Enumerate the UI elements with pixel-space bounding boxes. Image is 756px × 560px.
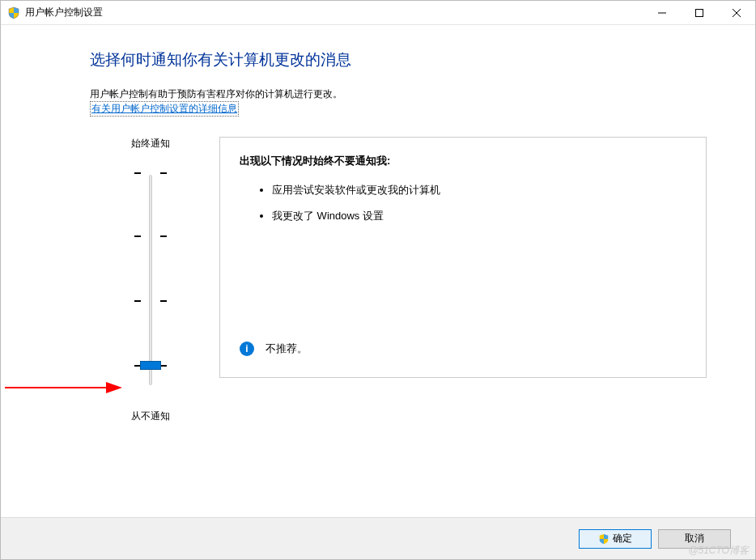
list-item: 我更改了 Windows 设置	[272, 209, 686, 223]
shield-icon	[598, 533, 609, 545]
window: 用户帐户控制设置 选择何时通知你有关计算机更改的消息 用户帐户控制有助于预防有害…	[0, 0, 756, 560]
button-bar: 确定 取消	[1, 517, 755, 559]
content-area: 选择何时通知你有关计算机更改的消息 用户帐户控制有助于预防有害程序对你的计算机进…	[1, 25, 755, 511]
ok-button-label: 确定	[613, 532, 632, 545]
minimize-icon	[658, 9, 666, 17]
uac-slider[interactable]	[90, 163, 211, 397]
shield-icon	[7, 6, 20, 19]
slider-tick	[134, 172, 167, 174]
slider-label-top: 始终通知	[90, 137, 211, 151]
panel-list: 应用尝试安装软件或更改我的计算机 我更改了 Windows 设置	[240, 183, 686, 223]
panel-heading: 出现以下情况时始终不要通知我:	[240, 154, 686, 168]
recommendation-text: 不推荐。	[265, 342, 308, 356]
maximize-icon	[695, 9, 703, 17]
slider-tick	[134, 235, 167, 237]
cancel-button-label: 取消	[685, 532, 704, 545]
maximize-button[interactable]	[681, 1, 718, 25]
slider-row: 始终通知 从不通知 出现以下情况时始终不要通知我: 应用尝试安装软件或更改我的计…	[90, 137, 707, 423]
cancel-button[interactable]: 取消	[658, 529, 731, 549]
window-title: 用户帐户控制设置	[25, 6, 643, 19]
window-controls	[643, 1, 755, 25]
svg-rect-0	[696, 9, 703, 16]
description-text: 用户帐户控制有助于预防有害程序对你的计算机进行更改。	[90, 87, 707, 101]
info-icon: i	[240, 342, 254, 356]
info-panel: 出现以下情况时始终不要通知我: 应用尝试安装软件或更改我的计算机 我更改了 Wi…	[219, 137, 707, 378]
ok-button[interactable]: 确定	[579, 529, 652, 549]
titlebar: 用户帐户控制设置	[1, 1, 755, 25]
list-item: 应用尝试安装软件或更改我的计算机	[272, 183, 686, 197]
close-button[interactable]	[718, 1, 755, 25]
slider-label-bottom: 从不通知	[90, 409, 211, 423]
minimize-button[interactable]	[643, 1, 681, 25]
page-heading: 选择何时通知你有关计算机更改的消息	[90, 49, 707, 70]
help-link[interactable]: 有关用户帐户控制设置的详细信息	[90, 101, 239, 117]
close-icon	[733, 9, 741, 17]
slider-column: 始终通知 从不通知	[90, 137, 211, 423]
slider-tick	[134, 300, 167, 302]
panel-footer: i 不推荐。	[240, 342, 308, 356]
slider-thumb[interactable]	[140, 361, 161, 370]
panel-column: 出现以下情况时始终不要通知我: 应用尝试安装软件或更改我的计算机 我更改了 Wi…	[219, 137, 707, 423]
slider-track	[149, 175, 152, 385]
